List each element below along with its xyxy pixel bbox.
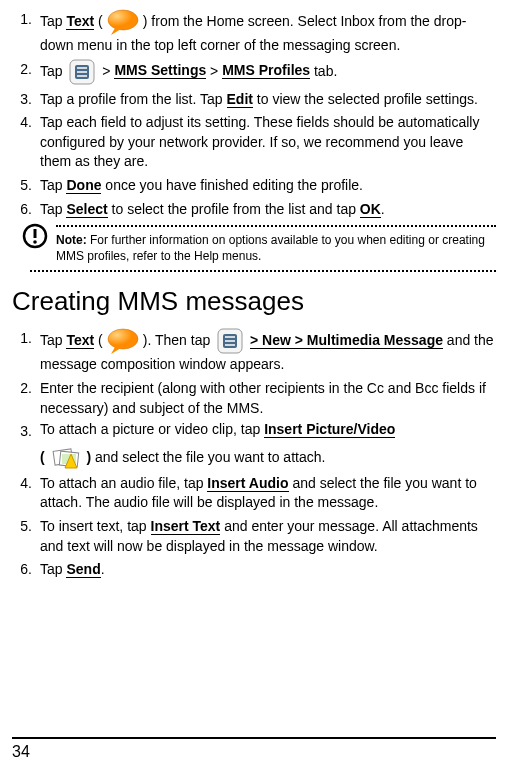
- send-label: Send: [66, 561, 100, 578]
- new-multimedia-label: > New > Multimedia Message: [250, 332, 443, 349]
- step-body: Tap Text (). Then tap > New > Multimedia…: [40, 327, 496, 375]
- dashed-line-bottom: [30, 270, 496, 272]
- step-body: Tap each field to adjust its setting. Th…: [40, 111, 496, 172]
- svg-point-0: [108, 10, 138, 30]
- step-body: To insert text, tap Insert Text and ente…: [40, 515, 496, 556]
- step-body: To attach a picture or video clip, tap I…: [40, 420, 496, 470]
- mms-settings-label: MMS Settings: [114, 62, 206, 79]
- step-num: 5.: [12, 174, 40, 196]
- step-body: Tap Done once you have finished editing …: [40, 174, 496, 196]
- step-5: 5. Tap Done once you have finished editi…: [12, 174, 496, 196]
- select-label: Select: [66, 201, 107, 218]
- speech-bubble-icon: [105, 8, 141, 36]
- page-footer: 34: [12, 737, 496, 761]
- menu-icon: [216, 327, 244, 355]
- step-num: 6.: [12, 558, 40, 580]
- step-2: 2. Tap > MMS Settings > MMS Profiles tab…: [12, 58, 496, 86]
- step-body: Tap Select to select the profile from th…: [40, 198, 496, 220]
- svg-point-9: [108, 329, 138, 349]
- step-body: To attach an audio file, tap Insert Audi…: [40, 472, 496, 513]
- note-label: Note:: [56, 233, 87, 247]
- step-num: 4.: [12, 472, 40, 513]
- note-text: Note: For further information on options…: [56, 233, 496, 264]
- step-4: 4. Tap each field to adjust its setting.…: [12, 111, 496, 172]
- step-num: 2.: [12, 58, 40, 86]
- attach-picture-icon: [51, 446, 81, 470]
- step-num: 2.: [12, 377, 40, 418]
- stepb-2: 2. Enter the recipient (along with other…: [12, 377, 496, 418]
- step-3: 3. Tap a profile from the list. Tap Edit…: [12, 88, 496, 110]
- stepb-1: 1. Tap Text (). Then tap > New > Multime…: [12, 327, 496, 375]
- step-num: 3.: [12, 420, 40, 470]
- create-mms-steps: 1. Tap Text (). Then tap > New > Multime…: [12, 327, 496, 579]
- svg-point-8: [33, 240, 37, 244]
- step-num: 3.: [12, 88, 40, 110]
- insert-pic-label: Insert Picture/Video: [264, 421, 395, 438]
- mms-profile-steps: 1. Tap Text () from the Home screen. Sel…: [12, 8, 496, 219]
- step-1: 1. Tap Text () from the Home screen. Sel…: [12, 8, 496, 56]
- speech-bubble-icon: [105, 327, 141, 355]
- insert-text-label: Insert Text: [151, 518, 221, 535]
- stepb-5: 5. To insert text, tap Insert Text and e…: [12, 515, 496, 556]
- insert-audio-label: Insert Audio: [207, 475, 288, 492]
- menu-icon: [68, 58, 96, 86]
- section-heading: Creating MMS messages: [12, 286, 496, 317]
- step-num: 4.: [12, 111, 40, 172]
- step-body: Tap > MMS Settings > MMS Profiles tab.: [40, 58, 496, 86]
- note-block: Note: For further information on options…: [22, 225, 496, 272]
- stepb-3: 3. To attach a picture or video clip, ta…: [12, 420, 496, 470]
- stepb-4: 4. To attach an audio file, tap Insert A…: [12, 472, 496, 513]
- step-body: Enter the recipient (along with other re…: [40, 377, 496, 418]
- stepb-6: 6. Tap Send.: [12, 558, 496, 580]
- ok-label: OK: [360, 201, 381, 218]
- text-app-label: Text: [66, 13, 94, 30]
- step-num: 1.: [12, 8, 40, 56]
- step-body: Tap Text () from the Home screen. Select…: [40, 8, 496, 56]
- warning-icon: [22, 223, 48, 252]
- step-body: Tap a profile from the list. Tap Edit to…: [40, 88, 496, 110]
- step-num: 5.: [12, 515, 40, 556]
- text-app-label: Text: [66, 332, 94, 349]
- done-label: Done: [66, 177, 101, 194]
- mms-profiles-label: MMS Profiles: [222, 62, 310, 79]
- page-number: 34: [12, 743, 30, 760]
- step-num: 1.: [12, 327, 40, 375]
- step-body: Tap Send.: [40, 558, 496, 580]
- step-num: 6.: [12, 198, 40, 220]
- edit-label: Edit: [227, 91, 253, 108]
- step-6: 6. Tap Select to select the profile from…: [12, 198, 496, 220]
- dashed-line-top: [56, 225, 496, 227]
